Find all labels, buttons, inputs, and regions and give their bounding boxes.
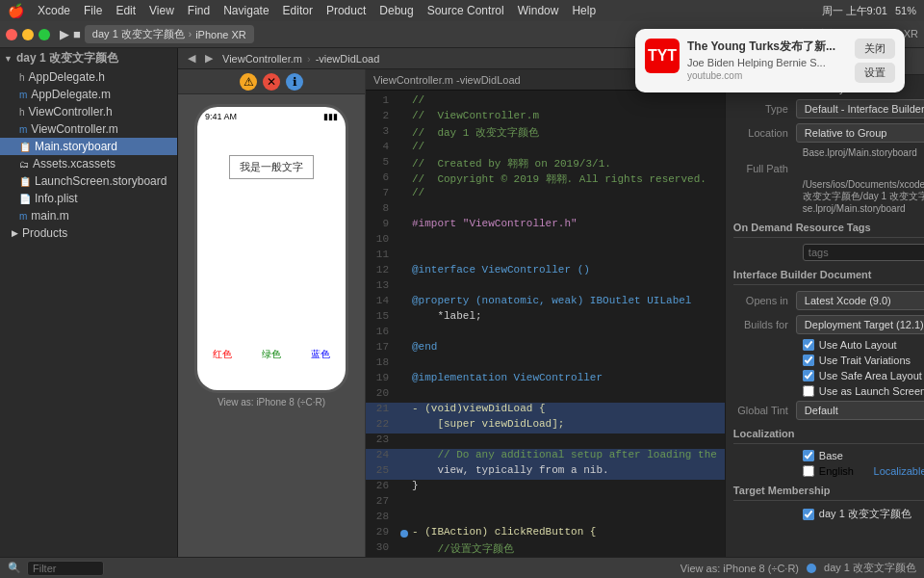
device-label: iPhone XR [195, 29, 246, 40]
menu-edit[interactable]: Edit [116, 4, 136, 17]
code-line: 30 //设置文字颜色 [366, 541, 725, 557]
menu-file[interactable]: File [84, 4, 102, 17]
rp-base-checkbox[interactable] [803, 450, 814, 461]
menu-window[interactable]: Window [518, 4, 559, 17]
ib-info-button[interactable]: ℹ [286, 73, 303, 91]
project-tab[interactable]: day 1 改变文字颜色 › iPhone XR [85, 25, 254, 43]
rp-location-select[interactable]: Relative to Group [796, 123, 924, 143]
sidebar-item-viewcontrollerm[interactable]: m ViewController.m [0, 120, 177, 138]
stop-button[interactable]: ■ [73, 27, 81, 41]
code-line: 15 *label; [366, 310, 725, 326]
phone-green-button[interactable]: 绿色 [262, 348, 281, 361]
menu-product[interactable]: Product [326, 4, 366, 17]
phone-label[interactable]: 我是一般文字 [229, 155, 314, 179]
system-time: 周一 上午9:01 [822, 4, 887, 18]
ib-view-as[interactable]: View as: iPhone 8 (÷C·R) [218, 397, 325, 407]
menu-view[interactable]: View [149, 4, 174, 17]
sidebar-item-assets[interactable]: 🗂 Assets.xcassets [0, 155, 177, 172]
rp-fullpath-label: Full Path [733, 163, 796, 174]
rp-auto-layout-checkbox[interactable] [803, 339, 814, 351]
phone-status-bar: 9:41 AM ▮▮▮ [197, 107, 346, 126]
rp-builds-for-label: Builds for [733, 319, 796, 330]
code-line: 19@implementation ViewController [366, 372, 725, 387]
menubar: 🍎 Xcode File Edit View Find Navigate Edi… [0, 0, 924, 21]
rp-global-tint-select[interactable]: Default [796, 401, 924, 420]
filter-input[interactable] [27, 561, 104, 576]
breadcrumb-file[interactable]: ViewController.m [222, 53, 302, 65]
notification-popup: TYT The Young Turks发布了新... Joe Biden Hel… [635, 29, 905, 92]
code-line: 17@end [366, 341, 725, 356]
menu-navigate[interactable]: Navigate [223, 4, 269, 17]
code-line: 23 [366, 434, 725, 449]
code-line: 18 [366, 356, 725, 372]
notification-settings-button[interactable]: 设置 [855, 63, 895, 83]
ib-error-button[interactable]: ✕ [263, 73, 280, 91]
menu-source-control[interactable]: Source Control [427, 4, 504, 17]
minimize-button[interactable] [22, 29, 34, 40]
rp-trait-checkbox[interactable] [803, 355, 814, 366]
close-button[interactable] [6, 29, 17, 40]
rp-auto-layout-label: Use Auto Layout [819, 339, 897, 351]
sidebar-item-mainm[interactable]: m main.m [0, 207, 177, 224]
maximize-button[interactable] [38, 29, 50, 40]
notification-close-button[interactable]: 关闭 [855, 39, 895, 59]
breadcrumb-method[interactable]: -viewDidLoad [316, 53, 380, 65]
rp-localization-title: Localization [733, 428, 924, 444]
rp-opens-in-select[interactable]: Latest Xcode (9.0) [796, 291, 924, 310]
rp-builds-for-select[interactable]: Deployment Target (12.1) [796, 315, 924, 334]
ib-warning-button[interactable]: ⚠ [240, 73, 257, 91]
play-button[interactable]: ▶ [60, 27, 69, 41]
code-line: 26} [366, 480, 725, 495]
battery-status: 51% [895, 5, 916, 16]
rp-english-label: English [819, 465, 854, 477]
rp-location-path: Base.lproj/Main.storyboard [733, 147, 924, 158]
rp-trait-label: Use Trait Variations [819, 355, 911, 366]
sidebar-item-appdelegatem[interactable]: m AppDelegate.m [0, 86, 177, 103]
code-editor: ViewController.m -viewDidLoad 1//2// Vie… [366, 69, 725, 557]
rp-safe-area-checkbox[interactable] [803, 370, 814, 381]
rp-base-label: Base [819, 450, 843, 461]
notification-icon: TYT [645, 39, 680, 73]
rp-launch-row: Use as Launch Screen [733, 385, 924, 397]
filter-icon: 🔍 [8, 562, 21, 574]
sidebar-item-products[interactable]: ▶ Products [0, 224, 177, 242]
rp-launch-checkbox[interactable] [803, 385, 814, 397]
rp-global-tint-label: Global Tint [733, 405, 796, 416]
sidebar-item-viewcontrollerh[interactable]: h ViewController.h [0, 103, 177, 120]
apple-menu[interactable]: 🍎 [8, 3, 24, 18]
menu-xcode[interactable]: Xcode [38, 4, 70, 17]
rp-tags-input[interactable] [803, 244, 924, 261]
code-line: 25 view, typically from a nib. [366, 464, 725, 480]
rp-type-select[interactable]: Default - Interface Builder... [796, 99, 924, 118]
menu-debug[interactable]: Debug [379, 4, 413, 17]
sidebar-item-appdelegateh[interactable]: h AppDelegate.h [0, 68, 177, 86]
rp-english-checkbox[interactable] [803, 465, 814, 477]
rp-target-title: Target Membership [733, 485, 924, 501]
code-line: 14@property (nonatomic, weak) IBOutlet U… [366, 295, 725, 310]
phone-red-button[interactable]: 红色 [213, 348, 232, 361]
phone-blue-button[interactable]: 蓝色 [311, 348, 330, 361]
code-line: 6// Copyright © 2019 翱翱. All rights rese… [366, 171, 725, 187]
phone-buttons: 红色 绿色 蓝色 [197, 348, 346, 361]
nav-right[interactable]: ▶ [201, 52, 217, 65]
code-line: 27 [366, 495, 725, 511]
nav-left[interactable]: ◀ [184, 52, 199, 65]
rp-launch-label: Use as Launch Screen [819, 385, 924, 397]
sidebar-item-infoplist[interactable]: 📄 Info.plist [0, 190, 177, 207]
menu-help[interactable]: Help [572, 4, 596, 17]
menu-editor[interactable]: Editor [283, 4, 313, 17]
bottom-bar: 🔍 View as: iPhone 8 (÷C·R) day 1 改变文字颜色 [0, 557, 924, 578]
sidebar-item-mainstoryboard[interactable]: 📋 Main.storyboard [0, 138, 177, 155]
code-line: 16 [366, 326, 725, 341]
sidebar-root[interactable]: ▼ day 1 改变文字颜色 [0, 48, 177, 68]
code-line: 9#import "ViewController.h" [366, 218, 725, 233]
phone-battery: ▮▮▮ [323, 112, 338, 121]
sidebar-item-launchscreen[interactable]: 📋 LaunchScreen.storyboard [0, 172, 177, 190]
rp-base-row: Base [733, 450, 924, 461]
code-content[interactable]: 1//2// ViewController.m3// day 1 改变文字颜色4… [366, 91, 725, 557]
code-line: 13 [366, 279, 725, 295]
right-panel: File Inspector Quick Help Name Main.stor… [725, 48, 924, 557]
menu-find[interactable]: Find [188, 4, 210, 17]
rp-type-row: Type Default - Interface Builder... [733, 99, 924, 118]
rp-target-checkbox[interactable] [803, 509, 814, 520]
